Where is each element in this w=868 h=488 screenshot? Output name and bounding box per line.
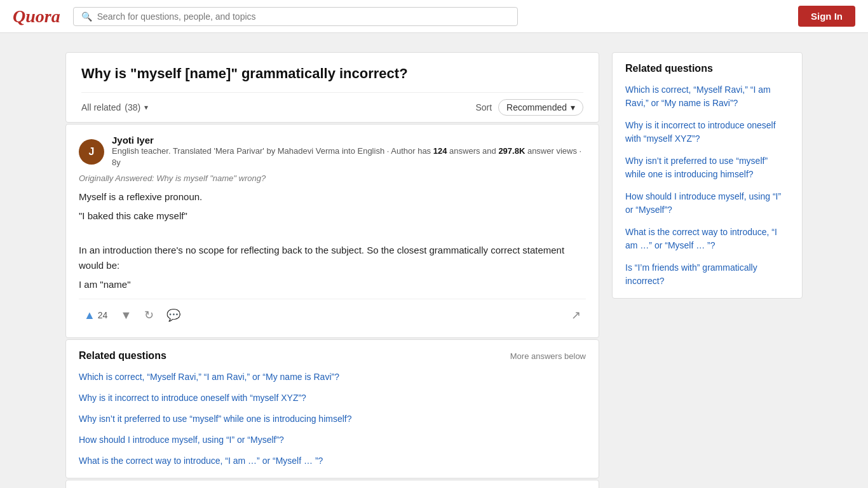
main-column: Why is "myself [name]" grammatically inc…: [65, 52, 599, 488]
search-bar[interactable]: 🔍: [73, 7, 518, 26]
header: Quora 🔍 Sign In: [0, 0, 868, 33]
all-related-count: (38): [125, 102, 140, 112]
downvote-icon: ▼: [120, 309, 132, 322]
all-related-label: All related: [81, 102, 121, 112]
share-button[interactable]: ↻: [139, 306, 159, 325]
sidebar-related-title: Related questions: [625, 63, 789, 74]
recommended-dropdown[interactable]: Recommended ▾: [498, 99, 583, 116]
recommended-label: Recommended: [506, 102, 567, 112]
author-bio-suffix: answers and: [447, 146, 498, 156]
answer-line1: Myself is a reflexive pronoun.: [79, 189, 586, 205]
sidebar-link-4[interactable]: How should I introduce myself, using “I”…: [625, 190, 789, 217]
answer-conclusion: I am "name": [79, 277, 586, 292]
sort-label: Sort: [475, 102, 492, 112]
sidebar-link-5[interactable]: What is the correct way to introduce, “I…: [625, 226, 789, 252]
question-title: Why is "myself [name]" grammatically inc…: [81, 65, 583, 82]
search-input[interactable]: [97, 11, 510, 22]
share-icon: ↻: [144, 308, 154, 322]
author-answers: 124: [433, 146, 447, 156]
upvote-button[interactable]: ▲ 24: [79, 306, 112, 325]
originally-answered: Originally Answered: Why is myself "name…: [79, 173, 586, 183]
chevron-down-icon: ▾: [571, 102, 575, 112]
chevron-down-icon: ▾: [144, 103, 148, 112]
author-views: 297.8K: [498, 146, 525, 156]
related-in-answer: Related questions More answers below Whi…: [65, 339, 599, 478]
sidebar-card: Related questions Which is correct, “Mys…: [612, 52, 803, 299]
more-answers-label: More answers below: [510, 351, 586, 361]
related-link-3[interactable]: Why isn’t it preferred to use “myself” w…: [79, 412, 586, 426]
answer-para: In an introduction there's no scope for …: [79, 243, 586, 273]
answer-text-1: Myself is a reflexive pronoun. "I baked …: [79, 189, 586, 292]
page-content: Why is "myself [name]" grammatically inc…: [53, 33, 815, 488]
upvote-icon: ▲: [84, 309, 95, 322]
related-link-2[interactable]: Why is it incorrect to introduce oneself…: [79, 391, 586, 405]
related-link-1[interactable]: Which is correct, “Myself Ravi,” “I am R…: [79, 370, 586, 384]
question-card: Why is "myself [name]" grammatically inc…: [65, 52, 599, 123]
sort-area: Sort Recommended ▾: [475, 99, 583, 116]
search-icon: 🔍: [81, 11, 92, 22]
answer-card-1: J Jyoti Iyer English teacher. Translated…: [65, 124, 599, 338]
related-questions-title: Related questions: [79, 350, 166, 362]
share-arrow-icon: ↗: [571, 308, 581, 322]
answer-card-2: B Bijaya Kumar Rout Principal · Author h…: [65, 480, 599, 488]
sidebar-link-1[interactable]: Which is correct, “Myself Ravi,” “I am R…: [625, 83, 789, 110]
all-related-filter[interactable]: All related (38) ▾: [81, 102, 148, 112]
comment-icon: 💬: [166, 308, 180, 322]
share-arrow-button[interactable]: ↗: [566, 306, 586, 325]
sidebar-column: Related questions Which is correct, “Mys…: [612, 52, 803, 488]
avatar-1: J: [79, 139, 104, 165]
sidebar-link-6[interactable]: Is “I’m friends with” grammatically inco…: [625, 261, 789, 288]
filter-bar: All related (38) ▾ Sort Recommended ▾: [81, 92, 583, 122]
sign-in-button[interactable]: Sign In: [798, 6, 855, 27]
comment-button[interactable]: 💬: [161, 306, 186, 325]
sidebar-link-3[interactable]: Why isn’t it preferred to use “myself” w…: [625, 154, 789, 181]
action-bar-1: ▲ 24 ▼ ↻ 💬 ↗: [79, 299, 586, 327]
related-link-5[interactable]: What is the correct way to introduce, “I…: [79, 454, 586, 468]
answer-header-1: J Jyoti Iyer English teacher. Translated…: [79, 135, 586, 168]
author-info-1: Jyoti Iyer English teacher. Translated '…: [112, 135, 586, 168]
quora-logo[interactable]: Quora: [13, 6, 60, 27]
related-link-4[interactable]: How should I introduce myself, using “I”…: [79, 433, 586, 447]
author-bio-1: English teacher. Translated 'Mera Pariva…: [112, 146, 586, 168]
upvote-count: 24: [98, 310, 108, 320]
sidebar-link-2[interactable]: Why is it incorrect to introduce oneself…: [625, 119, 789, 146]
related-header: Related questions More answers below: [79, 350, 586, 362]
answer-line2: "I baked this cake myself": [79, 208, 586, 224]
author-name-1[interactable]: Jyoti Iyer: [112, 135, 586, 146]
header-right: Sign In: [798, 6, 855, 27]
author-bio-prefix: English teacher. Translated 'Mera Pariva…: [112, 146, 433, 156]
downvote-button[interactable]: ▼: [115, 306, 137, 325]
